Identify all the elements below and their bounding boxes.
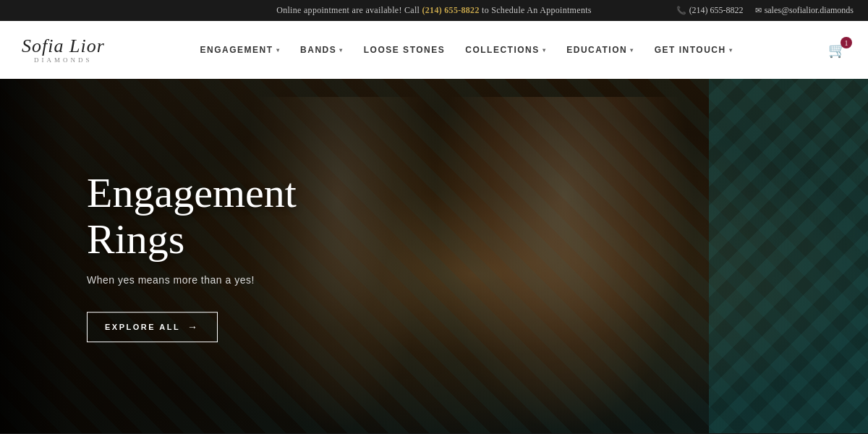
chevron-down-icon: ▾ [542, 47, 547, 54]
chevron-down-icon: ▾ [276, 47, 281, 54]
announcement-end: to Schedule An Appointments [480, 5, 592, 15]
logo-subtitle: DIAMONDS [22, 57, 105, 64]
announcement-phone[interactable]: (214) 655-8822 [422, 5, 480, 15]
arrow-icon: → [187, 321, 200, 333]
chevron-down-icon: ▾ [339, 47, 344, 54]
top-bar: Online appointment are available! Call (… [0, 0, 868, 21]
contact-info: 📞 (214) 655-8822 ✉ sales@sofialior.diamo… [676, 5, 854, 16]
nav-item-engagement[interactable]: ENGAGEMENT ▾ [190, 21, 291, 79]
header-email[interactable]: ✉ sales@sofialior.diamonds [755, 5, 854, 16]
nav-item-collections[interactable]: COLLECTIONS ▾ [455, 21, 556, 79]
header-phone[interactable]: 📞 (214) 655-8822 [676, 5, 744, 16]
nav-item-bands[interactable]: BANDS ▾ [290, 21, 354, 79]
hero-subtitle: When yes means more than a yes! [87, 274, 297, 286]
logo[interactable]: Sofia Lior DIAMONDS [22, 37, 105, 64]
email-icon: ✉ [755, 6, 762, 15]
cart-button[interactable]: 🛒 1 [828, 41, 846, 59]
hero-content: Engagement Rings When yes means more tha… [87, 170, 297, 342]
chevron-down-icon: ▾ [630, 47, 634, 54]
main-header: Sofia Lior DIAMONDS ENGAGEMENT ▾ BANDS ▾… [0, 21, 868, 79]
nav-item-get-intouch[interactable]: GET INTOUCH ▾ [644, 21, 743, 79]
chevron-down-icon: ▾ [729, 47, 733, 54]
phone-icon: 📞 [676, 6, 686, 15]
announcement-text: Online appointment are available! Call [276, 5, 422, 15]
nav-item-loose-stones[interactable]: LOOSE STONES [354, 21, 455, 79]
cart-count: 1 [841, 37, 852, 48]
logo-name: Sofia Lior [22, 37, 105, 56]
explore-all-button[interactable]: EXPLORE ALL → [87, 312, 218, 342]
hero-title: Engagement Rings [87, 170, 297, 263]
nav-item-education[interactable]: EDUCATION ▾ [556, 21, 644, 79]
main-nav: ENGAGEMENT ▾ BANDS ▾ LOOSE STONES COLLEC… [190, 21, 744, 79]
hero-section: Engagement Rings When yes means more tha… [0, 79, 868, 433]
